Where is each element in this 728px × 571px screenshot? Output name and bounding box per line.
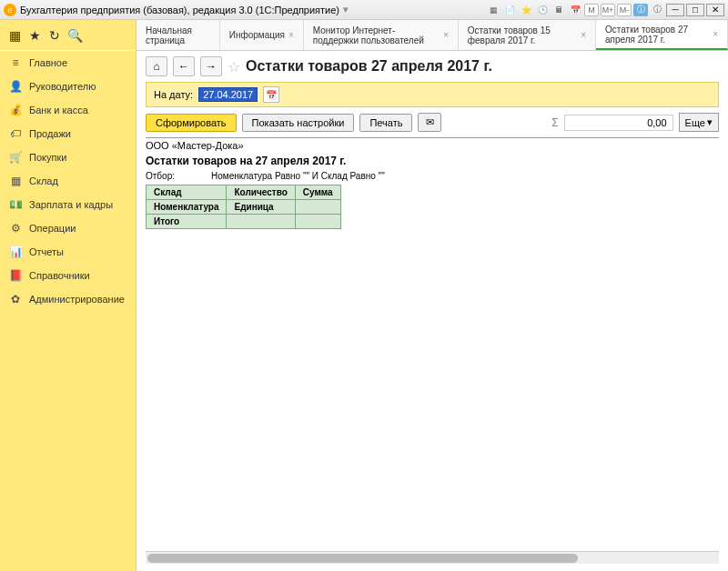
sidebar-item-operations[interactable]: ⚙Операции xyxy=(0,216,136,240)
chart-icon: 📊 xyxy=(9,245,22,258)
tabs: Начальная страница Информация× Монитор И… xyxy=(136,20,728,51)
content: Начальная страница Информация× Монитор И… xyxy=(136,20,728,571)
back-button[interactable]: ← xyxy=(173,56,195,76)
cart-icon: 🛒 xyxy=(9,151,22,164)
toolbar: Сформировать Показать настройки Печать ✉… xyxy=(146,107,719,137)
generate-button[interactable]: Сформировать xyxy=(146,114,237,132)
report-title: Остатки товаров на 27 апреля 2017 г. xyxy=(146,153,719,169)
zoom-mminus[interactable]: M- xyxy=(617,4,632,16)
sidebar-item-label: Продажи xyxy=(29,128,71,139)
book-icon: 📕 xyxy=(9,269,22,282)
sidebar-item-manager[interactable]: 👤Руководителю xyxy=(0,75,136,98)
search-icon[interactable]: 🔍 xyxy=(67,28,82,43)
settings-icon: ✿ xyxy=(9,293,22,306)
tab-label: Монитор Интернет-поддержки пользователей xyxy=(313,25,440,45)
sys-icon-2[interactable]: 📄 xyxy=(502,4,517,16)
sys-icon-5[interactable]: 🖩 xyxy=(551,4,566,16)
favorite-icon[interactable]: ☆ xyxy=(228,58,240,75)
sidebar-item-label: Покупки xyxy=(29,152,66,163)
sidebar-item-label: Справочники xyxy=(29,270,90,281)
show-settings-button[interactable]: Показать настройки xyxy=(242,114,355,132)
sidebar-item-label: Администрирование xyxy=(29,294,125,305)
td-total-qty xyxy=(227,215,295,229)
chevron-down-icon: ▾ xyxy=(707,116,713,128)
sys-icon-1[interactable]: ▦ xyxy=(486,4,500,16)
tab-label: Информация xyxy=(229,30,285,40)
tab-info[interactable]: Информация× xyxy=(220,20,304,50)
report-table: Склад Количество Сумма Номенклатура Един… xyxy=(146,185,341,229)
app-title: Бухгалтерия предприятия (базовая), редак… xyxy=(20,5,339,15)
app-icon: e xyxy=(4,4,16,16)
salary-icon: 💵 xyxy=(9,198,22,211)
person-icon: 👤 xyxy=(9,80,22,93)
scrollbar-thumb[interactable] xyxy=(147,554,578,563)
mail-button[interactable]: ✉ xyxy=(418,113,441,132)
sidebar-item-salary[interactable]: 💵Зарплата и кадры xyxy=(0,193,136,216)
tab-feb[interactable]: Остатки товаров 15 февраля 2017 г.× xyxy=(459,20,596,50)
sidebar-item-sales[interactable]: 🏷Продажи xyxy=(0,122,136,145)
close-icon[interactable]: × xyxy=(713,29,718,39)
th-unit: Единица xyxy=(227,200,295,215)
date-input[interactable]: 27.04.2017 xyxy=(198,87,258,102)
close-icon[interactable]: × xyxy=(443,30,449,40)
sidebar-item-warehouse[interactable]: ▦Склад xyxy=(0,169,136,193)
filter-value: Номенклатура Равно "" И Склад Равно "" xyxy=(211,171,385,181)
close-icon[interactable]: × xyxy=(288,30,294,40)
sidebar-item-reports[interactable]: 📊Отчеты xyxy=(0,240,136,264)
tab-monitor[interactable]: Монитор Интернет-поддержки пользователей… xyxy=(304,20,459,50)
sidebar: ▦ ★ ↻ 🔍 ≡Главное 👤Руководителю 💰Банк и к… xyxy=(0,20,136,571)
sidebar-item-purchases[interactable]: 🛒Покупки xyxy=(0,145,136,169)
sidebar-item-label: Отчеты xyxy=(29,246,64,257)
th-empty xyxy=(295,200,340,215)
print-button[interactable]: Печать xyxy=(359,114,412,132)
sidebar-item-label: Операции xyxy=(29,223,76,234)
sidebar-item-label: Зарплата и кадры xyxy=(29,199,113,210)
date-bar: На дату: 27.04.2017 📅 xyxy=(146,82,719,107)
history-icon[interactable]: ↻ xyxy=(47,28,62,43)
tab-label: Начальная страница xyxy=(146,25,210,45)
sys-icon-3[interactable]: ⭐ xyxy=(519,4,533,16)
titlebar: e Бухгалтерия предприятия (базовая), ред… xyxy=(0,0,728,20)
sum-icon: Σ xyxy=(551,116,558,129)
zoom-mplus[interactable]: M+ xyxy=(601,4,615,16)
sidebar-item-main[interactable]: ≡Главное xyxy=(0,51,136,75)
filter-label: Отбор: xyxy=(146,171,175,181)
gear-icon: ⚙ xyxy=(9,222,22,235)
tab-label: Остатки товаров 15 февраля 2017 г. xyxy=(468,25,577,45)
maximize-button[interactable]: □ xyxy=(686,4,704,16)
calendar-icon[interactable]: 📅 xyxy=(263,86,279,103)
th-nomenclature: Номенклатура xyxy=(147,200,227,215)
sum-value[interactable]: 0,00 xyxy=(564,115,673,131)
horizontal-scrollbar[interactable] xyxy=(146,551,719,564)
th-sum: Сумма xyxy=(295,185,340,200)
report: ООО «Мастер-Дока» Остатки товаров на 27 … xyxy=(146,137,719,229)
minimize-button[interactable]: ─ xyxy=(666,4,684,16)
star-icon[interactable]: ★ xyxy=(27,28,42,43)
tab-start[interactable]: Начальная страница xyxy=(136,20,220,50)
apps-icon[interactable]: ▦ xyxy=(7,28,22,43)
td-total-sum xyxy=(295,215,340,229)
sidebar-item-catalogs[interactable]: 📕Справочники xyxy=(0,264,136,287)
close-icon[interactable]: × xyxy=(581,30,586,40)
tag-icon: 🏷 xyxy=(9,127,22,140)
sidebar-item-label: Главное xyxy=(29,57,67,68)
sidebar-item-admin[interactable]: ✿Администрирование xyxy=(0,287,136,311)
info-icon[interactable]: ⓘ xyxy=(650,4,664,16)
sys-icon-6[interactable]: 📅 xyxy=(568,4,582,16)
help-icon[interactable]: ⓘ xyxy=(633,4,648,16)
tab-apr[interactable]: Остатки товаров 27 апреля 2017 г.× xyxy=(596,20,728,50)
home-button[interactable]: ⌂ xyxy=(146,56,167,76)
more-button[interactable]: Еще▾ xyxy=(679,113,719,132)
close-button[interactable]: ✕ xyxy=(706,4,724,16)
dropdown-icon[interactable]: ▾ xyxy=(343,4,349,15)
td-total: Итого xyxy=(147,215,227,229)
sidebar-item-bank[interactable]: 💰Банк и касса xyxy=(0,98,136,122)
sys-icon-4[interactable]: 🕒 xyxy=(535,4,550,16)
forward-button[interactable]: → xyxy=(200,56,222,76)
money-icon: 💰 xyxy=(9,104,22,116)
zoom-m[interactable]: M xyxy=(584,4,599,16)
th-warehouse: Склад xyxy=(147,185,227,200)
sidebar-item-label: Руководителю xyxy=(29,81,96,92)
th-quantity: Количество xyxy=(227,185,295,200)
date-label: На дату: xyxy=(154,89,193,100)
